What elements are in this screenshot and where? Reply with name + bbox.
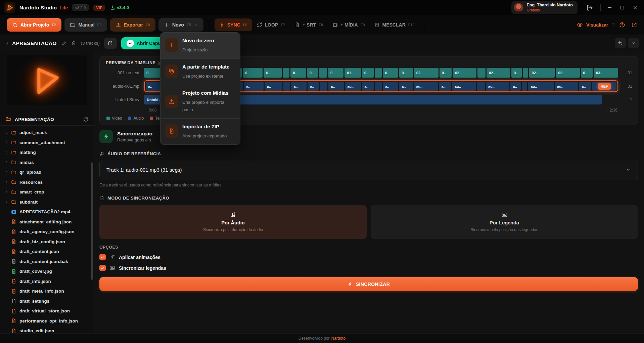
video-segment[interactable]: 0.. xyxy=(383,68,398,78)
export-button[interactable]: Exportar F4 xyxy=(110,18,155,32)
audio-segment[interactable]: a.. xyxy=(362,82,374,91)
tab-sync[interactable]: SYNC F6 xyxy=(215,18,252,31)
audio-segment[interactable]: a.. xyxy=(244,82,264,91)
sidebar-scrollbar[interactable] xyxy=(91,162,93,280)
menu-item-template[interactable]: A partir de template Usa projeto existen… xyxy=(160,58,240,85)
video-segment[interactable]: 0.. xyxy=(290,68,306,78)
refresh-icon[interactable] xyxy=(83,117,88,122)
tree-file-row[interactable]: draft_agency_config.json xyxy=(0,227,94,237)
audio-segment[interactable]: a.. xyxy=(265,82,282,91)
audio-segment[interactable] xyxy=(522,82,527,91)
video-segment[interactable]: 01.. xyxy=(344,68,361,78)
project-thumbnail[interactable] xyxy=(7,55,87,105)
audio-segment[interactable]: au.. xyxy=(345,82,361,91)
user-chip[interactable]: Eng. Tharcisio Nardoto Gratuito xyxy=(511,1,578,14)
mode-por-legenda[interactable]: Por Legenda Sincroniza pela posição das … xyxy=(371,205,638,239)
video-segment[interactable]: 02.. xyxy=(453,68,476,78)
audio-segment[interactable]: au.. xyxy=(414,82,438,91)
video-segment[interactable] xyxy=(477,68,486,78)
sincronizar-button[interactable]: SINCRONIZAR xyxy=(99,277,638,291)
tree-folder-row[interactable]: midias xyxy=(0,158,94,168)
video-segment[interactable]: 0.. xyxy=(362,68,374,78)
video-segment[interactable]: 02.. xyxy=(414,68,439,78)
manual-button[interactable]: Manual F3 xyxy=(64,18,107,32)
tree-file-row[interactable]: draft_virtual_store.json xyxy=(0,306,94,316)
audio-segment[interactable] xyxy=(375,82,382,91)
tree-file-row[interactable]: attachment_editing.json xyxy=(0,217,94,227)
audio-segment[interactable]: REF xyxy=(592,82,616,91)
tree-folder-row[interactable]: qr_upload xyxy=(0,167,94,177)
help-icon[interactable] xyxy=(619,22,625,28)
checkbox-animations[interactable] xyxy=(99,254,106,260)
tree-folder-row[interactable]: smart_crop xyxy=(0,187,94,197)
tab-mesclar[interactable]: MESCLAR F10 xyxy=(370,18,419,31)
open-external-button[interactable] xyxy=(104,38,117,49)
video-segment[interactable]: 0.. xyxy=(440,68,452,78)
eye-icon[interactable] xyxy=(577,22,583,28)
audio-segment[interactable]: a.. xyxy=(399,82,413,91)
collapse-panel-button[interactable] xyxy=(628,38,639,48)
tree-folder-row[interactable]: matting xyxy=(0,147,94,158)
video-segment[interactable] xyxy=(375,68,382,78)
tree-file-row[interactable]: draft_info.json xyxy=(0,276,94,287)
minimize-button[interactable] xyxy=(607,5,612,10)
visualizar-button[interactable]: Visualizar xyxy=(586,22,608,28)
audio-segment[interactable]: a.. xyxy=(291,82,307,91)
audio-segment[interactable]: a.. xyxy=(328,82,344,91)
audio-segment[interactable]: a.. xyxy=(383,82,398,91)
video-segment[interactable]: 0.. xyxy=(243,68,263,78)
open-project-button[interactable]: Abrir Projeto F2 xyxy=(7,18,61,32)
video-segment[interactable]: 0.. xyxy=(264,68,281,78)
tab-srt[interactable]: + SRT F8 xyxy=(290,18,328,31)
video-segment[interactable]: 0.. xyxy=(581,68,593,78)
undo-button[interactable] xyxy=(615,38,626,48)
video-segment[interactable]: 02.. xyxy=(529,68,555,78)
audio-segment[interactable]: au.. xyxy=(528,82,553,91)
video-segment[interactable]: 02.. xyxy=(556,68,580,78)
audio-segment[interactable]: au.. xyxy=(555,82,579,91)
video-segment[interactable] xyxy=(283,68,290,78)
audio-segment[interactable]: a.. xyxy=(308,82,318,91)
audio-segment[interactable]: au.. xyxy=(486,82,510,91)
checkbox-subtitles[interactable] xyxy=(99,265,106,271)
tree-file-row[interactable]: performance_opt_info.json xyxy=(0,316,94,326)
audio-segment[interactable]: a.. xyxy=(510,82,520,91)
audio-segment[interactable]: a.. xyxy=(439,82,451,91)
update-link[interactable]: v3.4.0 xyxy=(110,5,129,10)
tree-file-row[interactable]: draft_content.json.bak xyxy=(0,257,94,267)
video-segment[interactable] xyxy=(523,68,528,78)
video-segment[interactable]: 0.. xyxy=(307,68,318,78)
video-segment[interactable]: 02.. xyxy=(487,68,510,78)
logout-icon[interactable] xyxy=(586,4,593,11)
tree-file-row[interactable]: draft_content.json xyxy=(0,247,94,257)
edit-project-icon[interactable] xyxy=(61,41,66,46)
project-collapse-icon[interactable] xyxy=(5,41,10,46)
delete-project-icon[interactable] xyxy=(71,41,76,46)
menu-item-projeto-midias[interactable]: Projeto com Mídias Cria projeto e import… xyxy=(160,85,240,118)
tree-folder-row[interactable]: adjust_mask xyxy=(0,128,94,138)
maximize-button[interactable] xyxy=(619,5,625,10)
option-apply-animations[interactable]: Aplicar animações xyxy=(99,254,638,260)
tree-file-row[interactable]: draft_cover.jpg xyxy=(0,266,94,276)
tree-file-row[interactable]: APRESENTAÇÃO2.mp4 xyxy=(0,207,94,217)
video-segment[interactable]: 0.. xyxy=(328,68,343,78)
tab-loop[interactable]: LOOP F7 xyxy=(252,18,290,31)
footer-brand-link[interactable]: Nardoto xyxy=(331,336,346,341)
tree-file-row[interactable]: draft_biz_config.json xyxy=(0,237,94,247)
reference-track-select[interactable]: Track 1: audio-001.mp3 (31 segs) xyxy=(99,160,638,179)
tree-folder-row[interactable]: common_attachment xyxy=(0,138,94,148)
video-segment[interactable] xyxy=(319,68,327,78)
menu-item-importar-zip[interactable]: Importar de ZIP Abre projeto exportado xyxy=(160,118,240,144)
external-link-icon[interactable] xyxy=(631,22,637,28)
video-segment[interactable]: 0.. xyxy=(511,68,522,78)
video-segment[interactable]: 03.. xyxy=(594,68,618,78)
new-project-button[interactable]: Novo F5 xyxy=(158,18,203,32)
audio-segment[interactable] xyxy=(320,82,328,91)
tab-midia[interactable]: + MÍDIA F9 xyxy=(328,18,370,31)
option-sync-subtitles[interactable]: Sincronizar legendas xyxy=(99,265,638,271)
audio-segment[interactable] xyxy=(477,82,485,91)
audio-segment[interactable] xyxy=(283,82,290,91)
tree-folder-row[interactable]: subdraft xyxy=(0,197,94,207)
close-button[interactable] xyxy=(632,5,638,10)
mode-por-audio[interactable]: Por Áudio Sincroniza pela duração do áud… xyxy=(99,205,367,239)
